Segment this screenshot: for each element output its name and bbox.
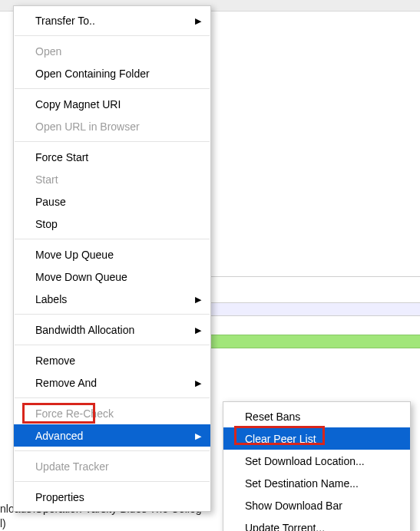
menu-separator: [15, 314, 210, 315]
menu-item-stop[interactable]: Stop: [14, 213, 210, 235]
menu-item-label: Force Re-Check: [35, 407, 114, 420]
menu-item-open-containing-folder[interactable]: Open Containing Folder: [14, 62, 210, 84]
submenu-item-show-download-bar[interactable]: Show Download Bar: [223, 494, 410, 516]
menu-item-remove[interactable]: Remove: [14, 349, 210, 371]
chevron-right-icon: ▶: [195, 16, 201, 25]
background-row-green: [211, 335, 420, 348]
menu-item-label: Open Containing Folder: [35, 68, 150, 80]
menu-separator: [15, 88, 210, 89]
menu-item-label: Bandwidth Allocation: [35, 324, 134, 336]
menu-item-label: Force Start: [35, 151, 88, 163]
menu-separator: [15, 35, 210, 36]
background-path-text-2: l): [0, 517, 6, 529]
chevron-right-icon: ▶: [195, 295, 201, 303]
menu-item-label: Remove And: [35, 377, 97, 389]
background-row-light: [211, 302, 420, 316]
menu-item-label: Stop: [35, 218, 58, 230]
menu-item-label: Advanced: [35, 430, 83, 442]
menu-separator: [15, 239, 210, 239]
menu-item-label: Remove: [35, 355, 75, 367]
menu-item-open[interactable]: Open: [14, 40, 210, 62]
menu-item-advanced[interactable]: Advanced ▶: [14, 424, 210, 447]
menu-item-label: Labels: [35, 293, 67, 305]
menu-separator: [15, 345, 210, 345]
menu-item-label: Start: [35, 173, 58, 186]
chevron-right-icon: ▶: [195, 378, 201, 387]
menu-item-start[interactable]: Start: [14, 168, 210, 190]
menu-item-label: Transfer To..: [35, 15, 95, 27]
submenu-item-set-destination-name[interactable]: Set Destination Name...: [223, 472, 410, 494]
menu-item-move-up-queue[interactable]: Move Up Queue: [14, 243, 210, 266]
menu-item-label: Clear Peer List: [245, 433, 316, 445]
menu-item-labels[interactable]: Labels ▶: [14, 288, 210, 310]
menu-item-bandwidth-allocation[interactable]: Bandwidth Allocation ▶: [14, 318, 210, 341]
menu-item-label: Copy Magnet URI: [35, 98, 121, 110]
menu-item-label: Properties: [35, 491, 84, 503]
menu-item-force-recheck[interactable]: Force Re-Check: [14, 402, 210, 424]
menu-item-force-start[interactable]: Force Start: [14, 146, 210, 168]
menu-item-label: Move Up Queue: [35, 249, 114, 261]
menu-item-open-url-in-browser[interactable]: Open URL in Browser: [14, 115, 210, 137]
menu-item-label: Show Download Bar: [245, 500, 342, 512]
menu-item-pause[interactable]: Pause: [14, 190, 210, 213]
menu-separator: [15, 450, 210, 451]
submenu-item-set-download-location[interactable]: Set Download Location...: [223, 450, 410, 472]
menu-item-label: Set Destination Name...: [245, 477, 359, 490]
menu-item-label: Update Tracker: [35, 460, 109, 473]
submenu-item-reset-bans[interactable]: Reset Bans: [223, 405, 410, 427]
menu-item-label: Open: [35, 45, 61, 58]
menu-separator: [15, 481, 210, 482]
menu-item-transfer-to[interactable]: Transfer To.. ▶: [14, 9, 210, 31]
menu-item-remove-and[interactable]: Remove And ▶: [14, 371, 210, 394]
menu-separator: [15, 141, 210, 142]
context-submenu-advanced: Reset Bans Clear Peer List Set Download …: [223, 401, 411, 531]
menu-item-label: Reset Bans: [245, 411, 300, 423]
menu-item-move-down-queue[interactable]: Move Down Queue: [14, 266, 210, 288]
submenu-item-clear-peer-list[interactable]: Clear Peer List: [223, 427, 410, 450]
menu-item-label: Move Down Queue: [35, 271, 127, 283]
menu-item-label: Open URL in Browser: [35, 120, 140, 133]
menu-item-label: Pause: [35, 196, 66, 208]
background-divider: [211, 274, 420, 277]
chevron-right-icon: ▶: [195, 325, 201, 334]
menu-separator: [15, 397, 210, 398]
chevron-right-icon: ▶: [195, 431, 201, 440]
menu-item-label: Update Torrent...: [245, 522, 325, 532]
submenu-item-update-torrent[interactable]: Update Torrent...: [223, 516, 410, 531]
menu-item-update-tracker[interactable]: Update Tracker: [14, 455, 210, 477]
menu-item-label: Set Download Location...: [245, 455, 365, 467]
menu-item-properties[interactable]: Properties: [14, 486, 210, 508]
menu-item-copy-magnet-uri[interactable]: Copy Magnet URI: [14, 93, 210, 115]
context-menu: Transfer To.. ▶ Open Open Containing Fol…: [13, 5, 211, 512]
